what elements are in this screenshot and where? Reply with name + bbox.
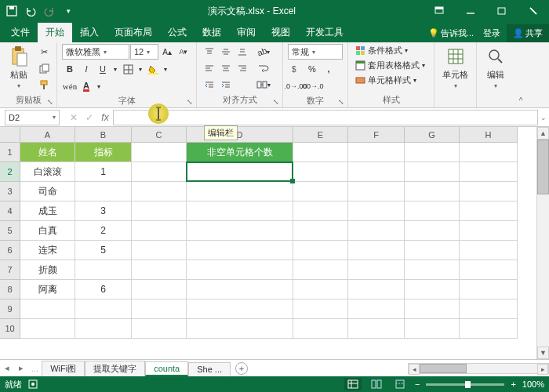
align-right-icon[interactable] (235, 60, 250, 76)
cell-B8[interactable]: 6 (75, 280, 132, 299)
cell-G1[interactable] (405, 143, 460, 162)
cell-B7[interactable] (75, 260, 132, 280)
scroll-left-icon[interactable]: ◂ (409, 364, 420, 375)
sheet-next-icon[interactable]: ▸ (14, 363, 28, 373)
table-format-button[interactable]: 套用表格格式▾ (353, 59, 427, 72)
row-header-7[interactable]: 7 (0, 260, 20, 280)
increase-font-icon[interactable]: A▴ (159, 44, 175, 60)
cell-C6[interactable] (132, 241, 187, 260)
cell-H3[interactable] (460, 182, 518, 201)
tab-insert[interactable]: 插入 (72, 23, 107, 42)
cell-A3[interactable]: 司命 (20, 182, 75, 201)
col-header-C[interactable]: C (132, 127, 187, 143)
cell-B6[interactable]: 5 (75, 241, 132, 260)
tab-data[interactable]: 数据 (195, 23, 229, 42)
cell-G3[interactable] (405, 182, 460, 201)
col-header-G[interactable]: G (405, 127, 460, 143)
zoom-thumb[interactable] (465, 381, 471, 388)
cell-A8[interactable]: 阿离 (20, 280, 75, 299)
hscroll-thumb[interactable] (420, 364, 467, 373)
scroll-thumb[interactable] (537, 140, 549, 194)
merge-icon[interactable]: ▾ (253, 77, 274, 93)
cell-F3[interactable] (348, 182, 405, 201)
cell-E9[interactable] (293, 299, 348, 319)
sheet-tab-more[interactable]: She ... (188, 362, 231, 376)
underline-dropdown-icon[interactable]: ▾ (111, 61, 119, 77)
underline-button[interactable]: U (95, 61, 111, 77)
cell-D3[interactable] (187, 182, 293, 201)
expand-formula-bar-icon[interactable]: ⌄ (538, 114, 549, 122)
cell-B5[interactable]: 2 (75, 221, 132, 241)
cell-C2[interactable] (132, 162, 187, 182)
tab-review[interactable]: 审阅 (229, 23, 264, 42)
cell-D8[interactable] (187, 280, 293, 299)
cell-A10[interactable] (20, 319, 75, 339)
tab-view[interactable]: 视图 (264, 23, 298, 42)
zoom-level[interactable]: 100% (522, 379, 544, 389)
italic-button[interactable]: I (78, 61, 94, 77)
tab-developer[interactable]: 开发工具 (298, 23, 351, 42)
align-bottom-icon[interactable] (235, 44, 250, 60)
cell-B1[interactable]: 指标 (75, 143, 132, 162)
horizontal-scrollbar[interactable]: ◂ ▸ (408, 363, 549, 374)
col-header-A[interactable]: A (20, 127, 75, 143)
border-dropdown-icon[interactable]: ▾ (136, 61, 144, 77)
row-header-1[interactable]: 1 (0, 143, 20, 162)
launcher-icon[interactable]: ⤡ (338, 98, 346, 106)
row-header-10[interactable]: 10 (0, 319, 20, 339)
col-header-D[interactable]: D (187, 127, 293, 143)
wrap-text-icon[interactable] (253, 60, 274, 76)
maximize-icon[interactable] (486, 0, 518, 22)
cell-C8[interactable] (132, 280, 187, 299)
align-center-icon[interactable] (218, 60, 234, 76)
cell-E1[interactable] (293, 143, 348, 162)
cell-D6[interactable] (187, 241, 293, 260)
conditional-format-button[interactable]: 条件格式▾ (353, 44, 409, 57)
editing-button[interactable]: 编辑 ▾ (482, 44, 510, 91)
cell-E4[interactable] (293, 201, 348, 221)
cell-A9[interactable] (20, 299, 75, 319)
cell-B9[interactable] (75, 299, 132, 319)
page-break-view-icon[interactable] (391, 378, 409, 390)
copy-icon[interactable] (36, 60, 52, 76)
cell-H5[interactable] (460, 221, 518, 241)
cell-D1[interactable]: 非空单元格个数 (187, 143, 293, 162)
cell-F8[interactable] (348, 280, 405, 299)
phonetic-icon[interactable]: wén (62, 78, 78, 94)
ribbon-options-icon[interactable] (424, 0, 455, 22)
cell-B3[interactable] (75, 182, 132, 201)
normal-view-icon[interactable] (344, 378, 362, 390)
enter-formula-icon[interactable]: ✓ (82, 110, 97, 125)
qat-dropdown-icon[interactable]: ▾ (60, 2, 77, 20)
cell-F7[interactable] (348, 260, 405, 280)
login[interactable]: 登录 (478, 24, 505, 42)
row-header-4[interactable]: 4 (0, 201, 20, 221)
cell-C5[interactable] (132, 221, 187, 241)
collapse-ribbon-icon[interactable]: ^ (514, 42, 527, 107)
redo-icon[interactable] (41, 2, 58, 20)
orientation-icon[interactable]: ab▾ (253, 44, 274, 60)
cell-C7[interactable] (132, 260, 187, 280)
increase-indent-icon[interactable] (218, 77, 234, 93)
formula-input[interactable] (113, 110, 538, 125)
cell-G6[interactable] (405, 241, 460, 260)
sheet-prev-icon[interactable]: ◂ (0, 363, 14, 373)
font-color-dropdown-icon[interactable]: ▾ (95, 78, 103, 94)
align-left-icon[interactable] (202, 60, 217, 76)
tab-pagelayout[interactable]: 页面布局 (107, 23, 160, 42)
cell-H8[interactable] (460, 280, 518, 299)
cell-G10[interactable] (405, 319, 460, 339)
page-layout-view-icon[interactable] (368, 378, 385, 390)
add-sheet-button[interactable]: + (235, 362, 248, 375)
cell-F6[interactable] (348, 241, 405, 260)
undo-icon[interactable] (22, 2, 39, 20)
row-header-6[interactable]: 6 (0, 241, 20, 260)
fill-dropdown-icon[interactable]: ▾ (162, 61, 169, 77)
font-size-combo[interactable]: 12▾ (130, 44, 158, 60)
cell-F5[interactable] (348, 221, 405, 241)
share-button[interactable]: 👤共享 (507, 24, 549, 42)
row-header-9[interactable]: 9 (0, 299, 20, 319)
row-header-5[interactable]: 5 (0, 221, 20, 241)
tab-home[interactable]: 开始 (38, 23, 72, 42)
percent-icon[interactable]: % (304, 61, 320, 77)
